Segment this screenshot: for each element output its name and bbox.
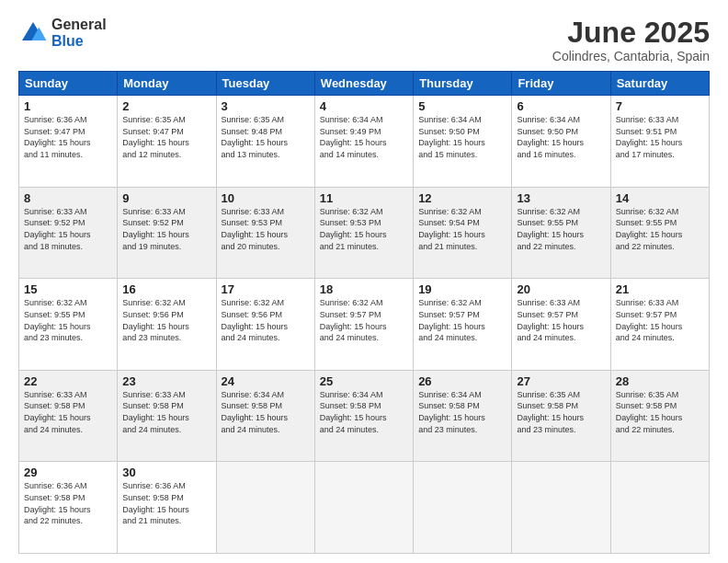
day-number: 16	[122, 282, 210, 296]
table-row: 22Sunrise: 6:33 AM Sunset: 9:58 PM Dayli…	[19, 370, 118, 462]
calendar-week-row: 15Sunrise: 6:32 AM Sunset: 9:55 PM Dayli…	[19, 279, 710, 371]
table-row: 4Sunrise: 6:34 AM Sunset: 9:49 PM Daylig…	[314, 96, 413, 188]
table-row: 6Sunrise: 6:34 AM Sunset: 9:50 PM Daylig…	[512, 96, 610, 188]
day-info: Sunrise: 6:36 AM Sunset: 9:47 PM Dayligh…	[24, 114, 112, 160]
table-row: 19Sunrise: 6:32 AM Sunset: 9:57 PM Dayli…	[414, 279, 512, 371]
day-number: 2	[122, 99, 210, 113]
table-row: 27Sunrise: 6:35 AM Sunset: 9:58 PM Dayli…	[512, 370, 610, 462]
day-number: 21	[616, 282, 704, 296]
day-number: 20	[517, 282, 605, 296]
title-section: June 2025 Colindres, Cantabria, Spain	[552, 17, 710, 63]
day-number: 22	[24, 374, 112, 388]
day-number: 26	[418, 374, 506, 388]
header-thursday: Thursday	[414, 72, 512, 96]
header-saturday: Saturday	[610, 72, 709, 96]
day-number: 11	[320, 191, 408, 205]
table-row: 28Sunrise: 6:35 AM Sunset: 9:58 PM Dayli…	[610, 370, 709, 462]
table-row: 12Sunrise: 6:32 AM Sunset: 9:54 PM Dayli…	[414, 187, 512, 279]
table-row: 1Sunrise: 6:36 AM Sunset: 9:47 PM Daylig…	[19, 96, 118, 188]
day-number: 12	[418, 191, 506, 205]
day-info: Sunrise: 6:34 AM Sunset: 9:50 PM Dayligh…	[418, 114, 506, 160]
day-info: Sunrise: 6:33 AM Sunset: 9:52 PM Dayligh…	[122, 206, 210, 252]
day-info: Sunrise: 6:36 AM Sunset: 9:58 PM Dayligh…	[122, 480, 210, 526]
table-row: 9Sunrise: 6:33 AM Sunset: 9:52 PM Daylig…	[118, 187, 216, 279]
table-row: 3Sunrise: 6:35 AM Sunset: 9:48 PM Daylig…	[216, 96, 314, 188]
day-info: Sunrise: 6:32 AM Sunset: 9:53 PM Dayligh…	[320, 206, 408, 252]
logo-general: General	[51, 17, 107, 33]
table-row	[610, 462, 709, 554]
table-row: 2Sunrise: 6:35 AM Sunset: 9:47 PM Daylig…	[118, 96, 216, 188]
day-number: 28	[616, 374, 704, 388]
day-info: Sunrise: 6:32 AM Sunset: 9:57 PM Dayligh…	[418, 297, 506, 343]
day-number: 9	[122, 191, 210, 205]
day-number: 7	[616, 99, 704, 113]
day-info: Sunrise: 6:34 AM Sunset: 9:58 PM Dayligh…	[418, 389, 506, 435]
day-info: Sunrise: 6:34 AM Sunset: 9:49 PM Dayligh…	[320, 114, 408, 160]
day-number: 25	[320, 374, 408, 388]
calendar-week-row: 1Sunrise: 6:36 AM Sunset: 9:47 PM Daylig…	[19, 96, 710, 188]
top-section: General Blue June 2025 Colindres, Cantab…	[18, 17, 710, 63]
day-number: 5	[418, 99, 506, 113]
header-monday: Monday	[118, 72, 216, 96]
day-number: 27	[517, 374, 605, 388]
header-tuesday: Tuesday	[216, 72, 314, 96]
table-row: 15Sunrise: 6:32 AM Sunset: 9:55 PM Dayli…	[19, 279, 118, 371]
day-info: Sunrise: 6:34 AM Sunset: 9:50 PM Dayligh…	[517, 114, 605, 160]
table-row: 17Sunrise: 6:32 AM Sunset: 9:56 PM Dayli…	[216, 279, 314, 371]
day-info: Sunrise: 6:34 AM Sunset: 9:58 PM Dayligh…	[320, 389, 408, 435]
table-row: 8Sunrise: 6:33 AM Sunset: 9:52 PM Daylig…	[19, 187, 118, 279]
table-row: 7Sunrise: 6:33 AM Sunset: 9:51 PM Daylig…	[610, 96, 709, 188]
header-wednesday: Wednesday	[314, 72, 413, 96]
day-info: Sunrise: 6:32 AM Sunset: 9:55 PM Dayligh…	[517, 206, 605, 252]
day-info: Sunrise: 6:35 AM Sunset: 9:48 PM Dayligh…	[222, 114, 310, 160]
table-row	[414, 462, 512, 554]
day-info: Sunrise: 6:35 AM Sunset: 9:58 PM Dayligh…	[616, 389, 704, 435]
table-row: 21Sunrise: 6:33 AM Sunset: 9:57 PM Dayli…	[610, 279, 709, 371]
header-sunday: Sunday	[19, 72, 118, 96]
day-info: Sunrise: 6:35 AM Sunset: 9:47 PM Dayligh…	[122, 114, 210, 160]
day-info: Sunrise: 6:33 AM Sunset: 9:53 PM Dayligh…	[222, 206, 310, 252]
table-row	[314, 462, 413, 554]
day-info: Sunrise: 6:32 AM Sunset: 9:55 PM Dayligh…	[616, 206, 704, 252]
day-info: Sunrise: 6:33 AM Sunset: 9:58 PM Dayligh…	[122, 389, 210, 435]
table-row: 14Sunrise: 6:32 AM Sunset: 9:55 PM Dayli…	[610, 187, 709, 279]
table-row: 18Sunrise: 6:32 AM Sunset: 9:57 PM Dayli…	[314, 279, 413, 371]
day-info: Sunrise: 6:33 AM Sunset: 9:58 PM Dayligh…	[24, 389, 112, 435]
day-number: 1	[24, 99, 112, 113]
day-number: 23	[122, 374, 210, 388]
day-number: 24	[222, 374, 310, 388]
table-row: 25Sunrise: 6:34 AM Sunset: 9:58 PM Dayli…	[314, 370, 413, 462]
day-number: 14	[616, 191, 704, 205]
day-number: 15	[24, 282, 112, 296]
calendar-week-row: 22Sunrise: 6:33 AM Sunset: 9:58 PM Dayli…	[19, 370, 710, 462]
calendar-header-row: Sunday Monday Tuesday Wednesday Thursday…	[19, 72, 710, 96]
table-row	[216, 462, 314, 554]
day-number: 17	[222, 282, 310, 296]
day-info: Sunrise: 6:32 AM Sunset: 9:55 PM Dayligh…	[24, 297, 112, 343]
calendar-week-row: 29Sunrise: 6:36 AM Sunset: 9:58 PM Dayli…	[19, 462, 710, 554]
table-row: 24Sunrise: 6:34 AM Sunset: 9:58 PM Dayli…	[216, 370, 314, 462]
logo: General Blue	[18, 17, 107, 49]
table-row: 13Sunrise: 6:32 AM Sunset: 9:55 PM Dayli…	[512, 187, 610, 279]
calendar-subtitle: Colindres, Cantabria, Spain	[552, 49, 710, 63]
day-number: 6	[517, 99, 605, 113]
calendar-week-row: 8Sunrise: 6:33 AM Sunset: 9:52 PM Daylig…	[19, 187, 710, 279]
calendar-title: June 2025	[552, 17, 710, 49]
day-info: Sunrise: 6:33 AM Sunset: 9:57 PM Dayligh…	[616, 297, 704, 343]
table-row: 5Sunrise: 6:34 AM Sunset: 9:50 PM Daylig…	[414, 96, 512, 188]
page: General Blue June 2025 Colindres, Cantab…	[0, 0, 728, 563]
day-number: 3	[222, 99, 310, 113]
table-row: 23Sunrise: 6:33 AM Sunset: 9:58 PM Dayli…	[118, 370, 216, 462]
header-friday: Friday	[512, 72, 610, 96]
day-number: 29	[24, 465, 112, 479]
day-info: Sunrise: 6:35 AM Sunset: 9:58 PM Dayligh…	[517, 389, 605, 435]
table-row	[512, 462, 610, 554]
day-number: 13	[517, 191, 605, 205]
day-info: Sunrise: 6:32 AM Sunset: 9:57 PM Dayligh…	[320, 297, 408, 343]
day-info: Sunrise: 6:32 AM Sunset: 9:54 PM Dayligh…	[418, 206, 506, 252]
table-row: 10Sunrise: 6:33 AM Sunset: 9:53 PM Dayli…	[216, 187, 314, 279]
day-info: Sunrise: 6:33 AM Sunset: 9:57 PM Dayligh…	[517, 297, 605, 343]
day-info: Sunrise: 6:33 AM Sunset: 9:52 PM Dayligh…	[24, 206, 112, 252]
day-number: 8	[24, 191, 112, 205]
day-number: 10	[222, 191, 310, 205]
